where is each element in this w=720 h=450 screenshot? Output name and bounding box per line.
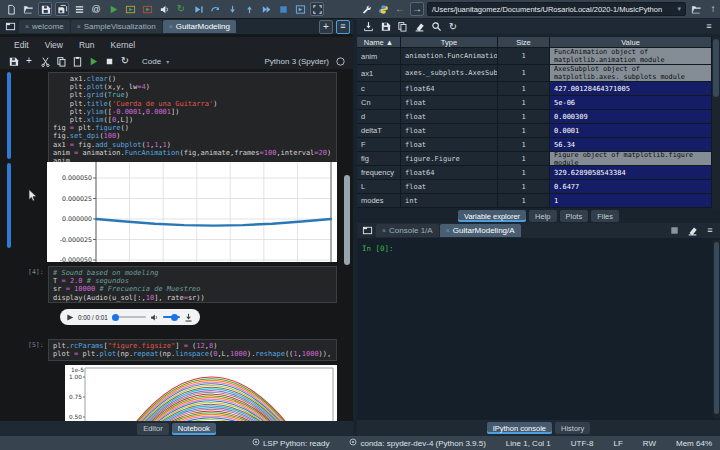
cell-name[interactable]: c	[357, 82, 401, 96]
table-row[interactable]: Cnfloat15e-06	[357, 96, 712, 110]
search-icon[interactable]	[429, 20, 443, 34]
close-icon[interactable]: ×	[446, 227, 450, 234]
close-icon[interactable]: ×	[25, 23, 29, 30]
save-icon[interactable]	[6, 54, 20, 68]
cell-size[interactable]: 1	[498, 194, 550, 208]
browse-tabs-icon[interactable]	[3, 20, 17, 34]
table-row[interactable]: deltaTfloat10.0001	[357, 124, 712, 138]
debug-cell-icon[interactable]	[293, 2, 307, 16]
run-to-line-icon[interactable]	[191, 2, 205, 16]
pane-tab-files[interactable]: Files	[591, 210, 619, 222]
eraser-icon[interactable]	[412, 20, 426, 34]
step-over-icon[interactable]	[208, 2, 222, 16]
menu-kernel[interactable]: Kernel	[111, 40, 136, 50]
column-header-name[interactable]: Name ▲	[357, 37, 401, 48]
status-line-1-col-1[interactable]: Line 1, Col 1	[506, 439, 551, 448]
cell-type[interactable]: float	[401, 138, 498, 152]
burger-icon[interactable]: ≡	[336, 20, 350, 34]
cell-name[interactable]: d	[357, 110, 401, 124]
menu-edit[interactable]: Edit	[14, 40, 29, 50]
cell-name[interactable]: anim	[357, 48, 401, 65]
cell-size[interactable]: 1	[498, 96, 550, 110]
cell-name[interactable]: deltaT	[357, 124, 401, 138]
editor-tab-welcome[interactable]: ×welcome	[19, 20, 70, 33]
status-mem-64-[interactable]: Mem 64%	[676, 439, 712, 448]
cell-value[interactable]: 427.00128464371005	[550, 82, 712, 96]
cell-type[interactable]: axes._subplots.AxesSubplot	[401, 65, 498, 82]
status-utf-8[interactable]: UTF-8	[571, 439, 594, 448]
editor-mode-tab-editor[interactable]: Editor	[137, 423, 169, 435]
run-cell-icon[interactable]	[123, 2, 137, 16]
cell-type-select[interactable]: Code ▾	[142, 57, 169, 66]
cell-size[interactable]: 1	[498, 48, 550, 65]
table-row[interactable]: frequencyfloat641329.6289058543384	[357, 166, 712, 180]
cell-value[interactable]: Figure object of matplotlib.figure modul…	[550, 152, 712, 166]
save-all-icon[interactable]	[55, 2, 69, 16]
menu-run[interactable]: Run	[79, 40, 95, 50]
editor-tab-samplevisualization[interactable]: ×SampleVisualization	[71, 20, 162, 33]
status-lsp-python[interactable]: LSP Python: ready	[252, 438, 330, 448]
menu-view[interactable]: View	[45, 40, 63, 50]
status-conda[interactable]: conda: spyder-dev-4 (Python 3.9.5)	[349, 438, 485, 448]
cell-size[interactable]: 1	[498, 110, 550, 124]
cell-size[interactable]: 1	[498, 180, 550, 194]
cell-type[interactable]: float	[401, 180, 498, 194]
pane-tab-variable-explorer[interactable]: Variable explorer	[458, 210, 526, 222]
step-out-icon[interactable]	[242, 2, 256, 16]
console-scrollbar[interactable]	[713, 240, 720, 418]
plus-icon[interactable]: +	[22, 54, 36, 68]
browse-tabs-icon[interactable]	[360, 224, 374, 238]
run-icon[interactable]	[106, 2, 120, 16]
cell-value[interactable]: 329.6289058543384	[550, 166, 712, 180]
eraser-icon[interactable]	[685, 224, 699, 238]
column-header-size[interactable]: Size	[498, 37, 550, 48]
cell-name[interactable]: L	[357, 180, 401, 194]
cell-value[interactable]: 0.000309	[550, 110, 712, 124]
audio-player[interactable]: 0:00 / 0:01	[60, 309, 200, 325]
new-file-icon[interactable]	[4, 2, 18, 16]
cell-type[interactable]: int	[401, 194, 498, 208]
file-list-icon[interactable]	[72, 2, 86, 16]
cell-value[interactable]: 0.0001	[550, 124, 712, 138]
cell-size[interactable]: 1	[498, 82, 550, 96]
close-icon[interactable]: ×	[382, 227, 386, 234]
cut-icon[interactable]	[38, 54, 52, 68]
run-settings-icon[interactable]: @	[89, 2, 103, 16]
play-icon[interactable]	[66, 310, 74, 324]
open-folder-icon[interactable]	[689, 2, 703, 16]
run-icon[interactable]	[86, 54, 100, 68]
stop-small-icon[interactable]	[102, 54, 116, 68]
refresh-icon[interactable]: ↻	[446, 20, 460, 34]
pane-tab-help[interactable]: Help	[529, 210, 556, 222]
table-row[interactable]: Lfloat10.6477	[357, 180, 712, 194]
table-row[interactable]: modesint11	[357, 194, 712, 208]
status-lf[interactable]: LF	[613, 439, 622, 448]
working-directory-input[interactable]: /Users/juanitagomez/Documents/URosarioLo…	[427, 2, 686, 16]
table-row[interactable]: cfloat641427.00128464371005	[357, 82, 712, 96]
column-header-value[interactable]: Value	[550, 37, 712, 48]
notebook-scrollbar[interactable]	[344, 69, 350, 422]
cell-value[interactable]: 0.6477	[550, 180, 712, 194]
table-row[interactable]: figfigure.Figure1Figure object of matplo…	[357, 152, 712, 166]
download-icon[interactable]	[184, 310, 193, 324]
run-cell-advance-icon[interactable]	[140, 2, 154, 16]
console-tab-guitarmodeling-a[interactable]: ×GuitarModeling/A	[440, 224, 521, 237]
cell-value[interactable]: 56.34	[550, 138, 712, 152]
sq-gray-icon[interactable]	[667, 224, 681, 238]
cell-value[interactable]: 5e-06	[550, 96, 712, 110]
audio-volume-slider[interactable]	[163, 316, 180, 318]
status-rw[interactable]: RW	[643, 439, 656, 448]
cell-type[interactable]: animation.FuncAnimation	[401, 48, 498, 65]
plus-icon[interactable]: +	[319, 20, 333, 34]
maximize-icon[interactable]	[310, 2, 324, 16]
copy-icon[interactable]	[54, 54, 68, 68]
burger-icon[interactable]: ≡	[703, 224, 717, 238]
code-cell[interactable]: ax1.clear() plt.plot(x,y, lw=4) plt.grid…	[48, 72, 337, 164]
cell-type[interactable]: float64	[401, 166, 498, 180]
cell-value[interactable]: 1	[550, 194, 712, 208]
cell-type[interactable]: float	[401, 110, 498, 124]
cell-name[interactable]: fig	[357, 152, 401, 166]
code-cell[interactable]: plt.rcParams["figure.figsize"] = (12,8)p…	[48, 339, 337, 361]
cell-name[interactable]: Cn	[357, 96, 401, 110]
paste-icon[interactable]	[70, 54, 84, 68]
